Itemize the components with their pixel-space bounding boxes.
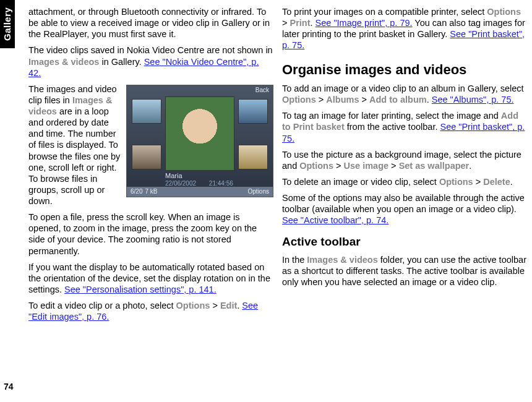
link-image-print[interactable]: See "Image print", p. 79.	[315, 18, 413, 28]
para-open-file: To open a file, press the scroll key. Wh…	[28, 212, 273, 257]
left-column: attachment, or through Bluetooth connect…	[28, 1, 273, 402]
text: are in a loop and ordered by date and ti…	[28, 106, 120, 206]
ui-images-videos: Images & videos	[307, 255, 377, 265]
ui-options: Options	[299, 161, 333, 171]
content-columns: attachment, or through Bluetooth connect…	[28, 0, 527, 402]
ui-set-as-wallpaper: Set as wallpaper	[399, 161, 470, 171]
phone-filename: Maria	[165, 172, 182, 181]
text: in Gallery.	[99, 57, 144, 67]
phone-date: 22/06/2002	[165, 180, 196, 187]
text: Some of the options may also be availabl…	[282, 193, 525, 214]
phone-thumb-main	[165, 96, 234, 171]
phone-screenshot: Back Maria 22/06/2002 21:44:56 6/20 7	[126, 85, 273, 197]
text: .	[469, 161, 471, 171]
ui-options: Options	[439, 177, 473, 187]
para-attachment: attachment, or through Bluetooth connect…	[28, 6, 273, 40]
link-personalisation-settings[interactable]: See "Personalisation settings", p. 141.	[64, 284, 217, 294]
phone-time: 21:44:56	[209, 180, 233, 187]
ui-albums: Albums	[326, 95, 359, 105]
phone-back-label: Back	[255, 87, 269, 95]
text: .	[510, 177, 513, 187]
heading-active-toolbar: Active toolbar	[282, 234, 527, 249]
phone-thumb	[132, 145, 161, 169]
heading-organise: Organise images and videos	[282, 61, 527, 79]
ui-delete: Delete	[483, 177, 510, 187]
text: >	[282, 18, 290, 28]
side-tab-gallery: Gallery	[0, 0, 15, 48]
phone-counter-size: 6/20 7 kB	[131, 188, 157, 196]
text: .	[311, 18, 315, 28]
text: >	[359, 95, 369, 105]
ui-options: Options	[487, 7, 521, 17]
ui-edit: Edit	[220, 301, 237, 310]
text: To delete an image or video clip, select	[282, 177, 439, 187]
phone-options: Options	[248, 188, 269, 196]
phone-bottom-bar: 6/20 7 kB Options	[127, 187, 273, 197]
ui-options: Options	[282, 95, 316, 105]
para-auto-rotate: If you want the display to be automatica…	[28, 262, 273, 295]
phone-size: 7 kB	[145, 188, 157, 196]
para-images-loop: Back Maria 22/06/2002 21:44:56 6/20 7	[28, 83, 273, 207]
para-edit: To edit a video clip or a photo, select …	[28, 300, 273, 322]
ui-add-to-album: Add to album	[369, 95, 427, 105]
text: >	[388, 161, 399, 171]
text: To print your images on a compatible pri…	[282, 7, 487, 17]
page: Gallery 74 attachment, or through Blueto…	[0, 0, 532, 402]
text: >	[210, 301, 220, 310]
text: .	[427, 95, 432, 105]
ui-options: Options	[176, 301, 210, 310]
text: In the	[282, 255, 307, 265]
text: To edit a video clip or a photo, select	[28, 301, 176, 310]
text: >	[316, 95, 327, 105]
right-column: To print your images on a compatible pri…	[282, 1, 527, 402]
ui-use-image: Use image	[344, 161, 389, 171]
para-tag-print: To tag an image for later printing, sele…	[282, 110, 527, 143]
phone-thumb	[238, 99, 268, 124]
text: The video clips saved in Nokia Video Cen…	[28, 45, 273, 55]
text: >	[473, 177, 484, 187]
text: >	[333, 161, 344, 171]
page-number: 74	[4, 382, 14, 393]
para-delete: To delete an image or video clip, select…	[282, 176, 527, 187]
para-add-album: To add an image or a video clip to an al…	[282, 83, 527, 105]
ui-images-videos: Images & videos	[28, 57, 99, 67]
phone-counter: 6/20	[131, 188, 142, 196]
para-video-centre: The video clips saved in Nokia Video Cen…	[28, 45, 273, 78]
text: To add an image or a video clip to an al…	[282, 83, 524, 93]
phone-thumb	[132, 99, 161, 124]
para-active-toolbar-desc: In the Images & videos folder, you can u…	[282, 254, 527, 288]
text: To tag an image for later printing, sele…	[282, 111, 501, 121]
link-active-toolbar[interactable]: See "Active toolbar", p. 74.	[282, 215, 388, 225]
text: from the active toolbar.	[345, 122, 440, 132]
ui-print: Print	[290, 18, 311, 28]
phone-thumb	[238, 145, 268, 169]
para-wallpaper: To use the picture as a background image…	[282, 149, 527, 171]
para-print: To print your images on a compatible pri…	[282, 6, 527, 51]
para-active-toolbar-ref: Some of the options may also be availabl…	[282, 192, 527, 226]
link-albums[interactable]: See "Albums", p. 75.	[432, 95, 514, 105]
